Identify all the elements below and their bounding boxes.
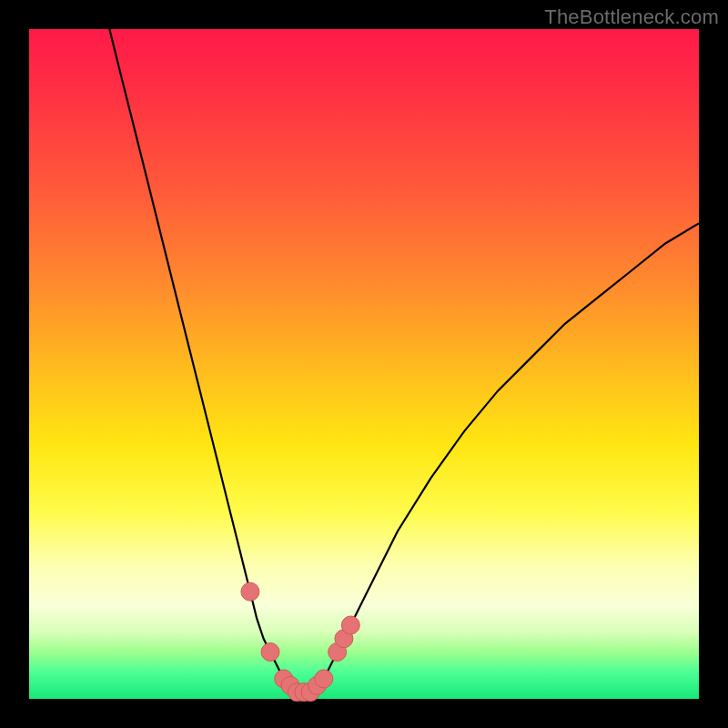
curve-marker (261, 643, 279, 662)
chart-frame: TheBottleneck.com (0, 0, 728, 728)
bottleneck-curve (109, 29, 699, 693)
plot-area (29, 29, 699, 699)
curve-markers (241, 582, 359, 701)
watermark-text: TheBottleneck.com (544, 5, 719, 29)
bottleneck-curve-svg (29, 29, 699, 699)
curve-marker (241, 582, 259, 601)
curve-marker (315, 670, 333, 688)
curve-marker (341, 616, 359, 634)
